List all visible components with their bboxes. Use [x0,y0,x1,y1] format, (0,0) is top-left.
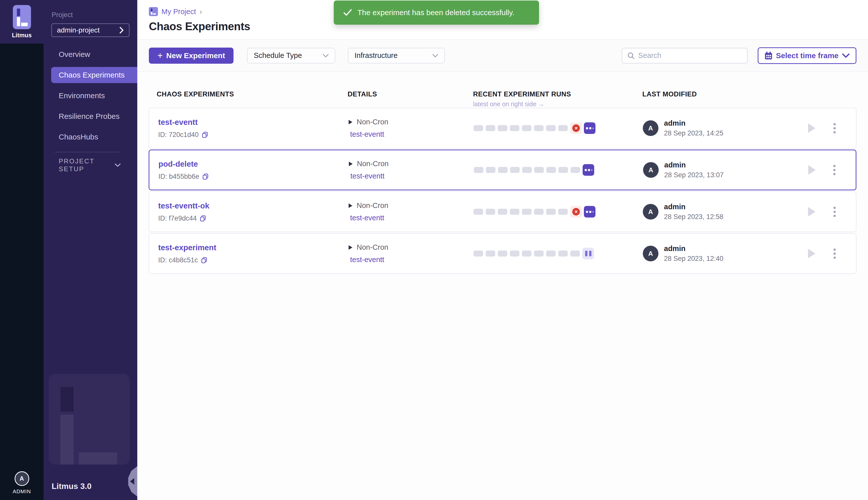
run-placeholder-pill [534,209,543,215]
experiment-id: ID: b455bb6e [158,173,199,181]
run-placeholder-pill [546,167,556,173]
user-avatar[interactable]: A [15,471,29,486]
modified-by: admin [664,245,723,253]
infrastructure-link[interactable]: test-eventt [350,214,474,222]
main-area: My Project › Chaos Experiments + New Exp… [137,0,868,500]
project-setup-label: PROJECT SETUP [59,157,115,173]
infrastructure-value: Infrastructure [354,52,397,60]
run-status-failed[interactable]: ✕ [570,122,582,134]
experiment-name-cell: pod-delete ID: b455bb6e [158,160,348,181]
watermark-vbar [60,414,74,465]
sidebar-divider [55,152,120,152]
modified-by: admin [664,161,724,169]
experiment-row[interactable]: test-eventt ID: 720c1d40 Non-Cron test-e… [149,108,856,149]
infrastructure-link[interactable]: test-eventt [350,130,474,138]
infrastructure-link[interactable]: test-eventt [350,172,474,180]
project-selector[interactable]: admin-project [52,23,129,37]
schedule-type-value: Non-Cron [357,160,389,168]
avatar: A [643,246,658,261]
experiment-row[interactable]: test-experiment ID: c4b8c51c Non-Cron te… [149,233,856,274]
sidebar-item-resilience-probes[interactable]: Resilience Probes [44,106,137,127]
check-icon [343,9,352,16]
row-menu-button[interactable] [831,204,838,219]
run-placeholder-pill [534,250,543,257]
sidebar-item-environments[interactable]: Environments [44,86,137,106]
schedule-type-value: Schedule Type [253,52,302,60]
project-setup-toggle[interactable]: PROJECT SETUP [44,155,137,175]
run-placeholder-pill [486,125,495,131]
run-status-failed[interactable]: ✕ [570,206,582,217]
breadcrumb-link[interactable]: My Project [161,8,196,16]
litmus-logo-icon [13,5,31,29]
run-placeholder-pill [510,125,519,131]
experiment-id: ID: f7e9dc44 [158,215,197,222]
sidebar-collapse-handle[interactable] [128,466,137,497]
run-placeholder-pill [559,167,568,173]
sidebar-item-chaoshubs[interactable]: ChaosHubs [44,127,137,147]
table-header: CHAOS EXPERIMENTS DETAILS RECENT EXPERIM… [149,90,868,98]
chevron-down-icon [432,54,438,58]
run-placeholder-pill [486,209,495,215]
breadcrumb-chevron: › [200,7,202,16]
play-icon [807,123,816,134]
project-name: admin-project [57,26,100,34]
run-experiment-button[interactable] [794,164,830,175]
sidebar-item-overview[interactable]: Overview [44,44,137,65]
experiment-name-link[interactable]: pod-delete [158,160,348,169]
experiment-row[interactable]: test-eventt-ok ID: f7e9dc44 Non-Cron tes… [149,191,856,232]
logo-hbar [21,23,28,26]
experiment-row[interactable]: pod-delete ID: b455bb6e Non-Cron test-ev… [149,149,856,190]
row-menu-button[interactable] [831,162,838,178]
runs-order-hint: latest one on right side → [473,101,544,108]
run-status-running[interactable] [584,206,596,217]
experiment-name-link[interactable]: test-experiment [158,243,348,252]
col-chaos-experiments: CHAOS EXPERIMENTS [157,90,348,98]
experiment-details-cell: Non-Cron test-eventt [348,118,474,138]
recent-runs-cell [474,248,643,259]
run-experiment-button[interactable] [794,206,829,217]
watermark-dot [60,387,74,412]
copy-icon[interactable] [202,132,208,138]
avatar: A [643,120,658,136]
version-label: Litmus 3.0 [52,481,91,491]
play-icon [807,206,816,217]
infrastructure-link[interactable]: test-eventt [350,255,474,264]
row-menu-button[interactable] [831,246,838,261]
last-modified-cell: A admin 28 Sep 2023, 14:25 [643,119,794,137]
run-placeholder-pill [510,209,519,215]
copy-icon[interactable] [201,257,207,263]
watermark-hbar [79,452,117,465]
experiment-name-cell: test-eventt ID: 720c1d40 [158,118,348,139]
search-input[interactable] [638,52,742,60]
run-placeholder-pill [474,250,483,257]
failed-x-icon: ✕ [572,124,580,132]
copy-icon[interactable] [200,215,206,221]
recent-runs-cell [474,164,643,176]
row-menu-button[interactable] [831,121,838,136]
toolbar: + New Experiment Schedule Type Infrastru… [137,39,868,72]
experiment-name-link[interactable]: test-eventt [158,118,348,127]
new-experiment-button[interactable]: + New Experiment [149,48,234,64]
failed-x-icon: ✕ [572,208,580,216]
schedule-play-icon [348,245,353,250]
run-experiment-button[interactable] [794,248,829,259]
run-status-paused[interactable] [582,248,594,259]
run-placeholder-pill [522,250,531,257]
run-placeholder-pill [498,125,507,131]
run-experiment-button[interactable] [794,123,829,134]
time-frame-label: Select time frame [776,52,838,60]
experiment-name-link[interactable]: test-eventt-ok [158,202,348,211]
run-status-running[interactable] [583,164,594,176]
infrastructure-dropdown[interactable]: Infrastructure [348,48,445,64]
schedule-type-dropdown[interactable]: Schedule Type [247,48,335,64]
toast-message: The experiment has been deleted successf… [358,8,514,17]
select-time-frame-button[interactable]: Select time frame [758,47,856,64]
run-placeholder-pill [498,250,507,257]
copy-icon[interactable] [202,173,209,180]
calendar-icon [765,52,773,60]
run-status-running[interactable] [584,122,596,134]
modified-at: 28 Sep 2023, 13:07 [664,171,724,179]
litmus-watermark [49,374,130,465]
schedule-type-value: Non-Cron [357,243,388,251]
sidebar-item-chaos-experiments[interactable]: Chaos Experiments [44,65,137,86]
